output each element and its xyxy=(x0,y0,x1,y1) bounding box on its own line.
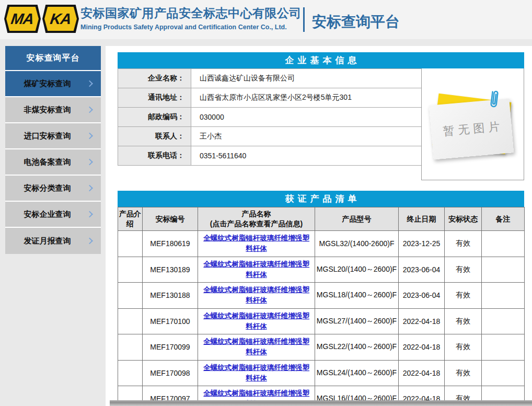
model-cell: MGSL24/(1400～2600)F xyxy=(315,360,399,386)
model-cell: MGSL32/(1400-2600)F xyxy=(315,231,399,257)
field-label: 企业名称： xyxy=(118,69,191,88)
chevron-right-icon xyxy=(86,211,93,218)
model-cell: MGSL22/(1400～2600)F xyxy=(315,334,399,361)
sidebar-item-enterprise-query[interactable]: 安标企业查询 xyxy=(5,202,101,228)
product-name-link[interactable]: 全螺纹式树脂锚杆玻璃纤维增强塑料杆体 xyxy=(203,364,309,382)
company-name-zh: 安标国家矿用产品安全标志中心有限公司 xyxy=(80,5,302,21)
status-cell: 有效 xyxy=(445,360,482,386)
col-remark: 备注 xyxy=(482,207,525,231)
enterprise-info-section: 企业基本信息 企业名称： 山西诚鑫达矿山设备有限公司 通讯地址： 山西省太原市小… xyxy=(118,52,524,180)
remark-cell xyxy=(482,308,525,334)
col-status: 安标状态 xyxy=(445,207,482,231)
info-row: 通讯地址： 山西省太原市小店区巩家堡小区2号楼5单元301 xyxy=(118,88,422,108)
maka-logo[interactable]: MA KA xyxy=(4,5,79,33)
product-name-link[interactable]: 全螺纹式树脂锚杆玻璃纤维增强塑料杆体 xyxy=(203,338,309,356)
sidebar-title: 安标查询平台 xyxy=(5,46,101,71)
intro-cell xyxy=(118,334,143,361)
platform-title: 安标查询平台 xyxy=(312,12,400,32)
product-row: MEF170098 全螺纹式树脂锚杆玻璃纤维增强塑料杆体 MGSL24/(140… xyxy=(118,360,525,386)
sidebar-item-label: 安标分类查询 xyxy=(24,183,71,193)
intro-cell xyxy=(118,283,143,309)
company-titles: 安标国家矿用产品安全标志中心有限公司 Mining Products Safet… xyxy=(80,5,302,31)
sidebar: 安标查询平台 煤矿安标查询 非煤安标查询 进口安标查询 电池备案查询 安标分类查… xyxy=(5,46,101,254)
intro-cell xyxy=(118,231,143,257)
end-date-cell: 2023-06-04 xyxy=(399,283,445,309)
end-date-cell: 2023-12-25 xyxy=(399,231,445,257)
info-row: 企业名称： 山西诚鑫达矿山设备有限公司 xyxy=(118,69,422,88)
product-table-header-row: 产品介绍 安标编号 产品名称 (点击产品名称查看产品信息) 产品型号 终止日期 … xyxy=(118,207,525,231)
model-cell: MGSL20/(1400～2600)F xyxy=(315,257,399,283)
code-cell: MEF170100 xyxy=(143,308,198,334)
white-card: 暂无图片 xyxy=(429,99,513,160)
contact-person-value: 王小杰 xyxy=(191,127,422,146)
status-cell: 有效 xyxy=(445,283,482,309)
product-row: MEF170099 全螺纹式树脂锚杆玻璃纤维增强塑料杆体 MGSL22/(140… xyxy=(118,334,525,361)
sidebar-item-label: 发证月报查询 xyxy=(24,236,71,246)
product-name-link[interactable]: 全螺纹式树脂锚杆玻璃纤维增强塑料杆体 xyxy=(203,234,309,252)
sidebar-item-label: 进口安标查询 xyxy=(24,131,71,141)
col-name: 产品名称 (点击产品名称查看产品信息) xyxy=(198,207,315,231)
sidebar-item-label: 煤矿安标查询 xyxy=(24,79,71,89)
product-name-link[interactable]: 全螺纹式树脂锚杆玻璃纤维增强塑料杆体 xyxy=(203,286,309,304)
model-cell: MGSL27/(1400～2600)F xyxy=(315,308,399,334)
sidebar-item-import-query[interactable]: 进口安标查询 xyxy=(5,123,101,149)
remark-cell xyxy=(482,231,525,257)
code-cell: MEF130188 xyxy=(143,283,198,309)
field-label: 联系电话： xyxy=(118,146,191,166)
field-label: 联系人： xyxy=(118,127,191,146)
product-list-section: 获证产品清单 产品介绍 安标编号 产品名称 (点击产品名称查看产品信息) 产品型… xyxy=(118,191,524,406)
field-label: 通讯地址： xyxy=(118,88,191,108)
code-cell: MEF180619 xyxy=(143,231,198,257)
phone-value: 0351-5611640 xyxy=(191,146,422,166)
remark-cell xyxy=(482,283,525,309)
ka-badge-icon: KA xyxy=(42,5,79,33)
ma-badge-icon: MA xyxy=(4,5,41,33)
col-code: 安标编号 xyxy=(143,207,198,231)
product-row: MEF180619 全螺纹式树脂锚杆玻璃纤维增强塑料杆体 MGSL32/(140… xyxy=(118,231,525,257)
name-cell: 全螺纹式树脂锚杆玻璃纤维增强塑料杆体 xyxy=(198,334,315,361)
sidebar-item-non-coal-query[interactable]: 非煤安标查询 xyxy=(5,97,101,123)
company-name-value: 山西诚鑫达矿山设备有限公司 xyxy=(191,69,422,88)
chevron-right-icon xyxy=(86,107,93,113)
field-label: 邮政编码： xyxy=(118,108,191,127)
name-cell: 全螺纹式树脂锚杆玻璃纤维增强塑料杆体 xyxy=(198,231,315,257)
header-divider xyxy=(303,7,305,32)
app-header: MA KA 安标国家矿用产品安全标志中心有限公司 Mining Products… xyxy=(0,0,532,39)
company-name-en: Mining Products Safety Approval and Cert… xyxy=(80,24,302,31)
end-date-cell: 2022-04-18 xyxy=(399,308,445,334)
name-cell: 全螺纹式树脂锚杆玻璃纤维增强塑料杆体 xyxy=(198,360,315,386)
product-name-link[interactable]: 全螺纹式树脂锚杆玻璃纤维增强塑料杆体 xyxy=(203,260,309,279)
no-image-placeholder: 暂无图片 xyxy=(431,97,515,160)
chevron-right-icon xyxy=(86,133,93,140)
product-row: MEF130189 全螺纹式树脂锚杆玻璃纤维增强塑料杆体 MGSL20/(140… xyxy=(118,257,525,283)
product-table: 产品介绍 安标编号 产品名称 (点击产品名称查看产品信息) 产品型号 终止日期 … xyxy=(118,207,525,406)
end-date-cell: 2023-06-04 xyxy=(399,257,445,283)
intro-cell xyxy=(118,360,143,386)
remark-cell xyxy=(482,360,525,386)
end-date-cell: 2022-04-18 xyxy=(399,334,445,361)
sidebar-item-label: 非煤安标查询 xyxy=(24,105,71,115)
product-row: MEF130188 全螺纹式树脂锚杆玻璃纤维增强塑料杆体 MGSL18/(140… xyxy=(118,283,525,309)
footer-bar xyxy=(110,400,532,406)
name-cell: 全螺纹式树脂锚杆玻璃纤维增强塑料杆体 xyxy=(198,308,315,334)
sidebar-item-battery-record-query[interactable]: 电池备案查询 xyxy=(5,149,101,176)
product-name-link[interactable]: 全螺纹式树脂锚杆玻璃纤维增强塑料杆体 xyxy=(203,312,309,330)
sidebar-item-coal-mine-query[interactable]: 煤矿安标查询 xyxy=(5,71,101,97)
model-cell: MGSL18/(1400～2600)F xyxy=(315,283,399,309)
sidebar-item-label: 电池备案查询 xyxy=(24,157,71,167)
sidebar-item-label: 安标企业查询 xyxy=(24,210,71,219)
product-image-box: 暂无图片 xyxy=(421,68,524,180)
chevron-right-icon xyxy=(86,159,93,166)
address-value: 山西省太原市小店区巩家堡小区2号楼5单元301 xyxy=(191,88,422,108)
sidebar-item-monthly-report-query[interactable]: 发证月报查询 xyxy=(5,228,101,254)
code-cell: MEF170099 xyxy=(143,334,198,361)
status-cell: 有效 xyxy=(445,257,482,283)
end-date-cell: 2022-04-18 xyxy=(399,360,445,386)
intro-cell xyxy=(118,308,143,334)
code-cell: MEF130189 xyxy=(143,257,198,283)
sidebar-item-classification-query[interactable]: 安标分类查询 xyxy=(5,176,101,202)
product-list-title: 获证产品清单 xyxy=(118,191,524,207)
postal-code-value: 030000 xyxy=(191,108,422,127)
status-cell: 有效 xyxy=(445,231,482,257)
remark-cell xyxy=(482,257,525,283)
